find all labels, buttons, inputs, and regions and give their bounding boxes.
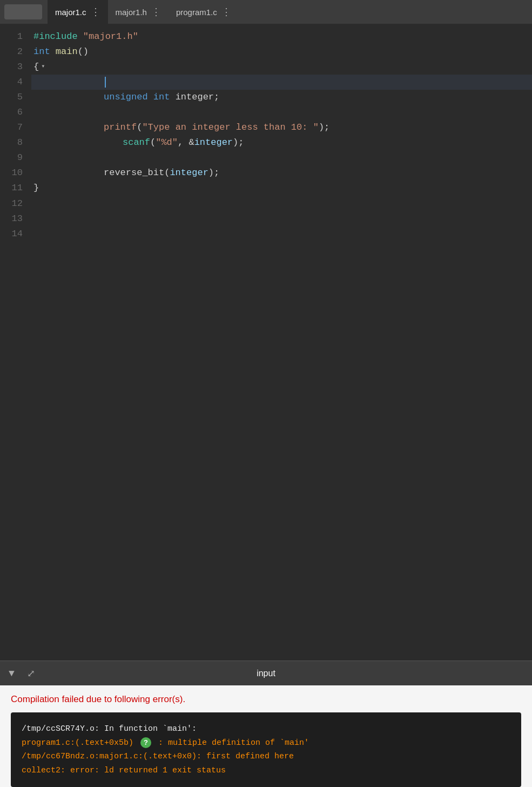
- code-line-14: [31, 226, 532, 242]
- terminal-line-3: /tmp/cc67Bndz.o:major1.c:(.text+0x0): fi…: [22, 750, 510, 764]
- bottom-panel: ▼ ⤢ input: [0, 661, 532, 685]
- tab-major1h[interactable]: major1.h ⋮: [108, 0, 169, 24]
- output-panel: Compilation failed due to following erro…: [0, 685, 532, 787]
- tab-program1c-menu-icon[interactable]: ⋮: [221, 6, 231, 18]
- compilation-error-message: Compilation failed due to following erro…: [11, 694, 521, 705]
- tab-program1c[interactable]: program1.c ⋮: [169, 0, 239, 24]
- terminal-output: /tmp/ccSCR74Y.o: In function `main': pro…: [11, 712, 521, 787]
- code-line-8: scanf ( "%d" , & integer );: [31, 135, 532, 150]
- info-icon: ?: [140, 737, 151, 748]
- panel-collapse-button[interactable]: ▼: [9, 668, 15, 679]
- tab-bar: major1.c ⋮ major1.h ⋮ program1.c ⋮: [0, 0, 532, 24]
- code-line-7: printf ( "Type an integer less than 10: …: [31, 120, 532, 135]
- code-line-10: reverse_bit ( integer );: [31, 165, 532, 181]
- tab-major1c-label: major1.c: [55, 8, 86, 17]
- code-line-12: [31, 196, 532, 211]
- code-line-13: [31, 211, 532, 226]
- code-editor[interactable]: #include "major1.h" int main () { ▾: [31, 29, 532, 655]
- code-line-9: [31, 150, 532, 165]
- code-line-4: [31, 75, 532, 90]
- panel-expand-button[interactable]: ⤢: [27, 668, 35, 679]
- fold-icon[interactable]: ▾: [41, 62, 45, 72]
- code-line-6: [31, 105, 532, 120]
- code-container[interactable]: 1 2 3 4 5 6 7 8 9 10 11 12 13 14 #includ…: [0, 24, 532, 661]
- tab-major1h-label: major1.h: [116, 8, 147, 17]
- tab-program1c-label: program1.c: [176, 8, 217, 17]
- tab-major1c[interactable]: major1.c ⋮: [48, 0, 108, 24]
- terminal-line-4: collect2: error: ld returned 1 exit stat…: [22, 764, 510, 778]
- tab-major1c-menu-icon[interactable]: ⋮: [91, 6, 100, 18]
- code-line-2: int main (): [31, 44, 532, 59]
- text-cursor: [105, 77, 106, 88]
- code-line-11: }: [31, 181, 532, 196]
- editor-area[interactable]: 1 2 3 4 5 6 7 8 9 10 11 12 13 14 #includ…: [0, 24, 532, 661]
- line-numbers: 1 2 3 4 5 6 7 8 9 10 11 12 13 14: [0, 29, 31, 655]
- tab-major1h-menu-icon[interactable]: ⋮: [151, 6, 161, 18]
- terminal-line-1: /tmp/ccSCR74Y.o: In function `main':: [22, 722, 510, 736]
- app-logo: [4, 4, 42, 19]
- code-line-5: unsigned int integer;: [31, 90, 532, 105]
- code-line-1: #include "major1.h": [31, 29, 532, 44]
- code-line-3: { ▾: [31, 59, 532, 75]
- terminal-line-2: program1.c:(.text+0x5b) ? : multiple def…: [22, 736, 510, 750]
- panel-title: input: [257, 669, 275, 678]
